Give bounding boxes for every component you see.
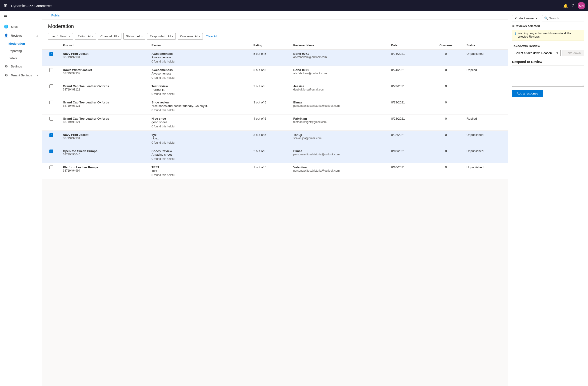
col-header-date[interactable]: Date ↓: [388, 41, 428, 50]
row-review: Shoe review Nice shoes and pocket friend…: [149, 98, 251, 115]
main-layout: ☰ 🌐 Sites 👤 Reviews ▲ Moderation Reporti…: [0, 11, 588, 386]
review-title: Shoes Review: [151, 149, 248, 153]
sidebar-item-moderation[interactable]: Moderation: [0, 40, 42, 47]
sidebar-item-sites[interactable]: 🌐 Sites: [0, 22, 42, 31]
sidebar-item-reporting[interactable]: Reporting: [0, 47, 42, 55]
table-row: ✓ Open-toe Suede Pumps 68719495040 Shoes…: [42, 147, 508, 163]
help-icon[interactable]: ?: [572, 3, 574, 8]
table-row: Platform Leather Pumps 68719494994 TEST …: [42, 163, 508, 179]
row-checkbox[interactable]: [49, 84, 53, 88]
search-input[interactable]: [549, 17, 582, 20]
responded-filter[interactable]: Responded : All ▾: [147, 33, 176, 39]
date-filter-chevron: ▾: [69, 35, 70, 38]
product-name: Open-toe Suede Pumps: [63, 149, 146, 153]
sidebar-label-delete: Delete: [8, 57, 17, 60]
user-avatar[interactable]: CH: [578, 2, 585, 9]
reviews-table-container: Product Review Rating Reviewer Name Date…: [42, 41, 508, 386]
publish-button[interactable]: Publish: [51, 14, 62, 17]
row-status: Unpublished: [464, 131, 508, 147]
review-title: Awesomeness: [151, 68, 248, 72]
sidebar-label-tenant-settings: Tenant Settings: [11, 74, 32, 77]
table-body: ✓ Navy Print Jacket 68719492931 Awesomen…: [42, 50, 508, 179]
sidebar-label-reporting: Reporting: [8, 49, 22, 53]
respond-textarea[interactable]: [512, 66, 584, 87]
review-title: Test review: [151, 84, 248, 88]
row-checkbox[interactable]: ✓: [49, 52, 53, 56]
clear-all-button[interactable]: Clear All: [206, 35, 217, 38]
row-date: 8/23/2021: [388, 82, 428, 98]
notification-icon[interactable]: 🔔: [563, 3, 568, 8]
sidebar-item-reviews[interactable]: 👤 Reviews ▲: [0, 31, 42, 40]
row-checkbox[interactable]: [49, 68, 53, 72]
table-row: ✓ Navy Print Jacket 68719492931 Awesomen…: [42, 50, 508, 66]
row-date: 8/22/2021: [388, 131, 428, 147]
product-name-dropdown[interactable]: Product name ▾: [512, 15, 540, 21]
filters-bar: Last 1 Month ▾ Rating: All ▾ Channel: Al…: [42, 31, 508, 41]
review-title: TEST: [151, 166, 248, 169]
row-checkbox[interactable]: ✓: [49, 150, 53, 153]
row-checkbox-cell: [42, 163, 60, 179]
row-status: [464, 98, 508, 115]
reviewer-name: Jessica: [293, 84, 385, 88]
takedown-button[interactable]: Take down: [563, 50, 584, 56]
row-checkbox[interactable]: [49, 166, 53, 169]
status-filter[interactable]: Status : All ▾: [123, 33, 145, 39]
col-header-concerns: Concerns: [428, 41, 464, 50]
sidebar-item-settings[interactable]: ⚙ Settings: [0, 62, 42, 71]
row-rating: 2 out of 5: [251, 147, 290, 163]
reviewer-email: daebakfiona@gmail.com: [293, 88, 385, 91]
product-name: Navy Print Jacket: [63, 133, 146, 136]
reviewer-email: testdarkknight@gmail.com: [293, 120, 385, 124]
sidebar-item-tenant-settings[interactable]: ⚙ Tenant Settings ▼: [0, 71, 42, 80]
takedown-chevron-icon: ▾: [556, 51, 558, 55]
row-checkbox[interactable]: [49, 101, 53, 104]
takedown-row: Select a take down Reason ▾ Take down: [512, 50, 584, 56]
row-date: 8/18/2021: [388, 147, 428, 163]
waffle-icon[interactable]: ⊞: [3, 2, 8, 9]
row-concerns: 0: [428, 98, 464, 115]
reviewer-email: abcfabrikam@outlook.com: [293, 72, 385, 75]
row-rating: 5 out of 5: [251, 66, 290, 82]
row-checkbox-cell: ✓: [42, 131, 60, 147]
review-body: Perfect fit.: [151, 88, 248, 92]
product-name: Grand Cap Toe Leather Oxfords: [63, 84, 146, 88]
row-reviewer: Fabrikam testdarkknight@gmail.com: [290, 115, 388, 131]
review-helpful: 0 found this helpful: [151, 60, 248, 63]
review-body: nice..: [151, 136, 248, 140]
publish-arrow-icon: ↑: [48, 13, 50, 17]
reviews-icon: 👤: [4, 33, 8, 38]
review-title: Shoe review: [151, 101, 248, 104]
date-filter[interactable]: Last 1 Month ▾: [48, 33, 73, 39]
table-row: Grand Cap Toe Leather Oxfords 6871949812…: [42, 115, 508, 131]
responded-filter-label: Responded : All: [150, 35, 171, 38]
publish-bar: ↑ Publish: [42, 11, 508, 19]
rp-search-row: Product name ▾ 🔍: [512, 15, 584, 21]
product-name: Down Winter Jacket: [63, 68, 146, 72]
row-review: Shoes Review Amazing shoes 0 found this …: [149, 147, 251, 163]
reviews-table: Product Review Rating Reviewer Name Date…: [42, 41, 508, 179]
row-checkbox[interactable]: [49, 117, 53, 121]
rating-filter[interactable]: Rating: All ▾: [75, 33, 96, 39]
review-helpful: 0 found this helpful: [151, 92, 248, 96]
checkmark-icon: ✓: [50, 150, 52, 153]
checkmark-icon: ✓: [50, 53, 52, 55]
product-id: 68719495040: [63, 153, 146, 156]
concerns-filter[interactable]: Concerns: All ▾: [178, 33, 203, 39]
concerns-filter-label: Concerns: All: [180, 35, 198, 38]
sidebar-hamburger-icon[interactable]: ☰: [0, 11, 42, 22]
product-id: 68719492937: [63, 72, 146, 75]
takedown-placeholder: Select a take down Reason: [515, 51, 552, 55]
row-product: Navy Print Jacket 68719492931: [60, 50, 149, 66]
product-id: 68719492931: [63, 136, 146, 140]
channel-filter[interactable]: Channel: All ▾: [98, 33, 121, 39]
product-id: 68719498121: [63, 104, 146, 107]
sidebar-item-delete[interactable]: Delete: [0, 55, 42, 62]
search-icon: 🔍: [544, 17, 548, 20]
takedown-reason-dropdown[interactable]: Select a take down Reason ▾: [512, 50, 561, 56]
add-response-button[interactable]: Add a response: [512, 90, 543, 97]
reviewer-name: Elmas: [293, 149, 385, 153]
row-checkbox[interactable]: ✓: [49, 133, 53, 137]
row-checkbox-cell: [42, 82, 60, 98]
rating-filter-label: Rating: All: [77, 35, 91, 38]
table-header-row: Product Review Rating Reviewer Name Date…: [42, 41, 508, 50]
